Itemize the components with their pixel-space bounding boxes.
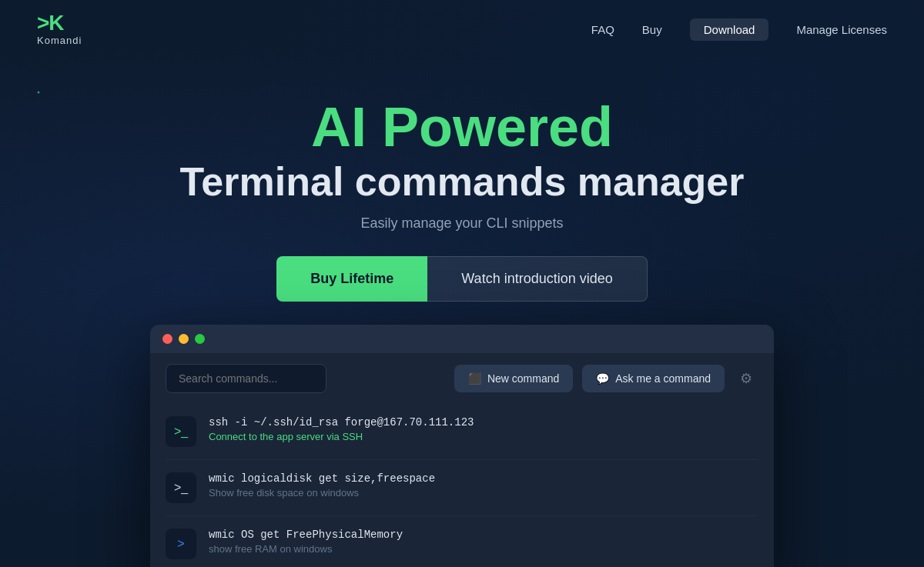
app-window: ⬛ New command 💬 Ask me a command ⚙ >_ ss… [150, 325, 774, 567]
window-toolbar: ⬛ New command 💬 Ask me a command ⚙ [150, 353, 774, 404]
settings-button[interactable]: ⚙ [734, 364, 758, 393]
nav-links: FAQ Buy Download Manage Licenses [591, 18, 887, 41]
terminal-icon: ⬛ [468, 372, 481, 385]
command-icon: >_ [166, 416, 196, 447]
table-row[interactable]: >_ wmic logicaldisk get size,freespace S… [166, 460, 758, 516]
gear-icon: ⚙ [740, 371, 752, 386]
nav-faq[interactable]: FAQ [591, 23, 614, 36]
command-icon: > [166, 529, 196, 559]
command-name: wmic logicaldisk get size,freespace [209, 472, 758, 485]
search-input[interactable] [166, 364, 326, 393]
hero-ai-label: AI Powered [0, 97, 924, 158]
navbar: >K Komandi FAQ Buy Download Manage Licen… [0, 0, 924, 58]
command-text: ssh -i ~/.ssh/id_rsa forge@167.70.111.12… [209, 416, 758, 442]
window-minimize-dot [179, 334, 189, 344]
buy-lifetime-button[interactable]: Buy Lifetime [276, 256, 427, 302]
ask-command-button[interactable]: 💬 Ask me a command [582, 365, 725, 392]
window-close-dot [162, 334, 172, 344]
window-maximize-dot [195, 334, 205, 344]
ask-command-label: Ask me a command [615, 372, 711, 385]
new-command-label: New command [487, 372, 559, 385]
nav-download[interactable]: Download [690, 18, 769, 41]
logo-icon: >K [37, 12, 64, 34]
hero-buttons: Buy Lifetime Watch introduction video [0, 256, 924, 302]
command-name: ssh -i ~/.ssh/id_rsa forge@167.70.111.12… [209, 416, 758, 429]
logo-name: Komandi [37, 35, 82, 46]
command-icon: >_ [166, 472, 196, 503]
command-desc: Connect to the app server via SSH [209, 431, 758, 442]
command-desc: show free RAM on windows [209, 543, 758, 555]
command-text: wmic logicaldisk get size,freespace Show… [209, 472, 758, 499]
hero-title: Terminal commands manager [0, 158, 924, 205]
nav-buy[interactable]: Buy [642, 23, 662, 36]
window-titlebar [150, 325, 774, 353]
new-command-button[interactable]: ⬛ New command [454, 365, 573, 392]
command-text: wmic OS get FreePhysicalMemory show free… [209, 529, 758, 555]
command-desc: Show free disk space on windows [209, 487, 758, 499]
command-list: >_ ssh -i ~/.ssh/id_rsa forge@167.70.111… [150, 404, 774, 567]
nav-licenses[interactable]: Manage Licenses [796, 23, 887, 36]
watch-video-button[interactable]: Watch introduction video [427, 256, 647, 302]
chat-icon: 💬 [596, 372, 609, 385]
hero-section: AI Powered Terminal commands manager Eas… [0, 58, 924, 302]
hero-subtitle: Easily manage your CLI snippets [0, 215, 924, 232]
table-row[interactable]: >_ ssh -i ~/.ssh/id_rsa forge@167.70.111… [166, 404, 758, 460]
command-name: wmic OS get FreePhysicalMemory [209, 529, 758, 541]
logo[interactable]: >K Komandi [37, 12, 82, 46]
table-row[interactable]: > wmic OS get FreePhysicalMemory show fr… [166, 516, 758, 567]
